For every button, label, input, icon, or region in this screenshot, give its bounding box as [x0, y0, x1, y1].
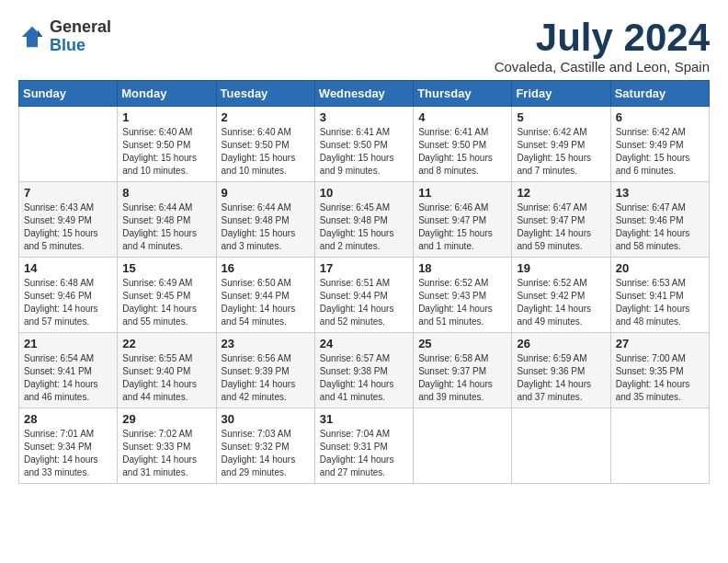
daylight: Daylight: 15 hours and 7 minutes.: [517, 153, 591, 176]
daylight: Daylight: 14 hours and 49 minutes.: [517, 304, 591, 327]
day-info: Sunrise: 6:43 AM Sunset: 9:49 PM Dayligh…: [24, 201, 112, 253]
weekday-header-thursday: Thursday: [414, 81, 512, 107]
day-info: Sunrise: 6:54 AM Sunset: 9:41 PM Dayligh…: [24, 352, 112, 404]
sunset: Sunset: 9:50 PM: [122, 140, 190, 150]
day-info: Sunrise: 6:56 AM Sunset: 9:39 PM Dayligh…: [222, 352, 310, 404]
day-number: 19: [517, 261, 605, 275]
day-number: 17: [320, 261, 408, 275]
sunrise: Sunrise: 7:01 AM: [24, 429, 94, 439]
daylight: Daylight: 14 hours and 55 minutes.: [122, 304, 197, 327]
day-number: 23: [222, 337, 310, 350]
day-info: Sunrise: 6:57 AM Sunset: 9:38 PM Dayligh…: [320, 352, 408, 404]
sunset: Sunset: 9:39 PM: [222, 366, 290, 376]
day-number: 30: [222, 412, 310, 426]
calendar-cell: 11 Sunrise: 6:46 AM Sunset: 9:47 PM Dayl…: [414, 182, 512, 258]
day-info: Sunrise: 6:40 AM Sunset: 9:50 PM Dayligh…: [122, 126, 210, 178]
day-info: Sunrise: 6:44 AM Sunset: 9:48 PM Dayligh…: [222, 201, 310, 253]
calendar-cell: 17 Sunrise: 6:51 AM Sunset: 9:44 PM Dayl…: [314, 258, 413, 333]
daylight: Daylight: 14 hours and 58 minutes.: [616, 228, 690, 251]
sunset: Sunset: 9:48 PM: [320, 215, 388, 225]
sunset: Sunset: 9:46 PM: [24, 291, 92, 301]
calendar-cell: 9 Sunrise: 6:44 AM Sunset: 9:48 PM Dayli…: [216, 182, 314, 258]
calendar-cell: 16 Sunrise: 6:50 AM Sunset: 9:44 PM Dayl…: [216, 258, 314, 333]
sunrise: Sunrise: 6:42 AM: [616, 127, 686, 137]
sunrise: Sunrise: 6:58 AM: [418, 353, 488, 363]
daylight: Daylight: 14 hours and 31 minutes.: [122, 454, 197, 477]
day-number: 24: [320, 337, 408, 350]
day-number: 20: [616, 261, 704, 275]
day-info: Sunrise: 6:52 AM Sunset: 9:43 PM Dayligh…: [418, 277, 506, 328]
sunset: Sunset: 9:38 PM: [320, 366, 388, 376]
sunset: Sunset: 9:49 PM: [616, 140, 684, 150]
sunrise: Sunrise: 6:50 AM: [222, 278, 291, 288]
week-row-4: 21 Sunrise: 6:54 AM Sunset: 9:41 PM Dayl…: [19, 333, 710, 408]
calendar-cell: 3 Sunrise: 6:41 AM Sunset: 9:50 PM Dayli…: [314, 107, 413, 182]
day-info: Sunrise: 6:51 AM Sunset: 9:44 PM Dayligh…: [320, 277, 408, 328]
day-info: Sunrise: 6:53 AM Sunset: 9:41 PM Dayligh…: [616, 277, 704, 328]
calendar-cell: [512, 408, 610, 484]
calendar-cell: 15 Sunrise: 6:49 AM Sunset: 9:45 PM Dayl…: [118, 258, 216, 333]
logo-general: General: [50, 18, 111, 37]
sunrise: Sunrise: 6:40 AM: [222, 127, 291, 137]
sunset: Sunset: 9:43 PM: [418, 291, 486, 301]
daylight: Daylight: 15 hours and 8 minutes.: [418, 153, 493, 176]
day-info: Sunrise: 6:41 AM Sunset: 9:50 PM Dayligh…: [418, 126, 506, 178]
day-info: Sunrise: 6:58 AM Sunset: 9:37 PM Dayligh…: [418, 352, 506, 404]
day-number: 11: [418, 186, 506, 200]
calendar-cell: 13 Sunrise: 6:47 AM Sunset: 9:46 PM Dayl…: [610, 182, 709, 258]
day-number: 6: [616, 110, 704, 124]
weekday-header-row: SundayMondayTuesdayWednesdayThursdayFrid…: [19, 81, 710, 107]
day-info: Sunrise: 6:45 AM Sunset: 9:48 PM Dayligh…: [320, 201, 408, 253]
day-info: Sunrise: 6:55 AM Sunset: 9:40 PM Dayligh…: [122, 352, 210, 404]
daylight: Daylight: 14 hours and 42 minutes.: [222, 379, 296, 402]
day-info: Sunrise: 6:47 AM Sunset: 9:46 PM Dayligh…: [616, 201, 704, 253]
sunrise: Sunrise: 6:52 AM: [418, 278, 488, 288]
day-number: 27: [616, 337, 704, 350]
day-info: Sunrise: 6:42 AM Sunset: 9:49 PM Dayligh…: [616, 126, 704, 178]
sunrise: Sunrise: 6:44 AM: [222, 202, 291, 213]
day-info: Sunrise: 7:02 AM Sunset: 9:33 PM Dayligh…: [122, 428, 210, 479]
day-number: 3: [320, 110, 408, 124]
sunset: Sunset: 9:32 PM: [222, 442, 290, 452]
sunrise: Sunrise: 7:00 AM: [616, 353, 686, 363]
daylight: Daylight: 14 hours and 37 minutes.: [517, 379, 591, 402]
calendar-cell: 5 Sunrise: 6:42 AM Sunset: 9:49 PM Dayli…: [512, 107, 610, 182]
daylight: Daylight: 14 hours and 46 minutes.: [24, 379, 98, 402]
day-info: Sunrise: 6:46 AM Sunset: 9:47 PM Dayligh…: [418, 201, 506, 253]
sunset: Sunset: 9:50 PM: [320, 140, 388, 150]
daylight: Daylight: 14 hours and 41 minutes.: [320, 379, 394, 402]
sunrise: Sunrise: 6:55 AM: [122, 353, 192, 363]
sunset: Sunset: 9:50 PM: [222, 140, 290, 150]
sunrise: Sunrise: 6:57 AM: [320, 353, 390, 363]
calendar-cell: [610, 408, 709, 484]
daylight: Daylight: 14 hours and 35 minutes.: [616, 379, 690, 402]
daylight: Daylight: 14 hours and 48 minutes.: [616, 304, 690, 327]
calendar-cell: 1 Sunrise: 6:40 AM Sunset: 9:50 PM Dayli…: [118, 107, 216, 182]
calendar-cell: 6 Sunrise: 6:42 AM Sunset: 9:49 PM Dayli…: [610, 107, 709, 182]
sunrise: Sunrise: 7:02 AM: [122, 429, 192, 439]
sunrise: Sunrise: 6:41 AM: [418, 127, 488, 137]
day-info: Sunrise: 6:42 AM Sunset: 9:49 PM Dayligh…: [517, 126, 605, 178]
sunrise: Sunrise: 6:42 AM: [517, 127, 586, 137]
day-number: 31: [320, 412, 408, 426]
weekday-header-sunday: Sunday: [19, 81, 118, 107]
week-row-3: 14 Sunrise: 6:48 AM Sunset: 9:46 PM Dayl…: [19, 258, 710, 333]
day-number: 8: [122, 186, 210, 200]
calendar-cell: 2 Sunrise: 6:40 AM Sunset: 9:50 PM Dayli…: [216, 107, 314, 182]
sunset: Sunset: 9:42 PM: [517, 291, 585, 301]
day-number: 9: [222, 186, 310, 200]
calendar-cell: 25 Sunrise: 6:58 AM Sunset: 9:37 PM Dayl…: [414, 333, 512, 408]
sunrise: Sunrise: 6:47 AM: [517, 202, 586, 213]
day-info: Sunrise: 6:49 AM Sunset: 9:45 PM Dayligh…: [122, 277, 210, 328]
daylight: Daylight: 15 hours and 2 minutes.: [320, 228, 394, 251]
sunrise: Sunrise: 6:59 AM: [517, 353, 586, 363]
calendar-cell: 18 Sunrise: 6:52 AM Sunset: 9:43 PM Dayl…: [414, 258, 512, 333]
day-number: 22: [122, 337, 210, 350]
calendar-cell: 20 Sunrise: 6:53 AM Sunset: 9:41 PM Dayl…: [610, 258, 709, 333]
sunset: Sunset: 9:31 PM: [320, 442, 388, 452]
day-number: 29: [122, 412, 210, 426]
calendar-cell: 23 Sunrise: 6:56 AM Sunset: 9:39 PM Dayl…: [216, 333, 314, 408]
day-info: Sunrise: 6:48 AM Sunset: 9:46 PM Dayligh…: [24, 277, 112, 328]
sunset: Sunset: 9:48 PM: [122, 215, 190, 225]
calendar-cell: 24 Sunrise: 6:57 AM Sunset: 9:38 PM Dayl…: [314, 333, 413, 408]
